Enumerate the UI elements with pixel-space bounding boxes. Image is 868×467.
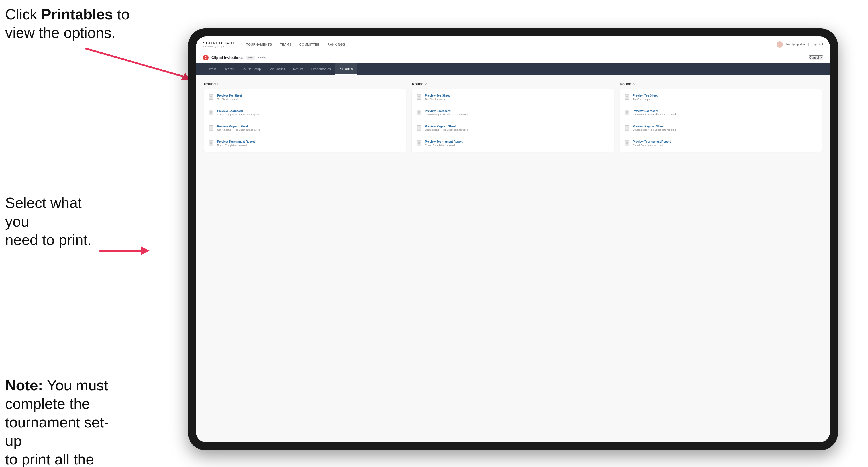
round-3-heading: Round 3 bbox=[620, 82, 822, 86]
round-2-column: Round 2 bbox=[412, 82, 614, 152]
round2-tournament-report[interactable]: Preview Tournament Report Round Completi… bbox=[416, 140, 609, 147]
round-1-heading: Round 1 bbox=[204, 82, 406, 86]
tournament-logo: C bbox=[203, 55, 209, 60]
round3-raguzzi-label[interactable]: Preview Raguzzi Sheet bbox=[633, 125, 676, 128]
round2-scorecard-label[interactable]: Preview Scorecard bbox=[425, 110, 468, 113]
user-avatar bbox=[777, 41, 783, 48]
round2-tee-sheet[interactable]: Preview Tee Sheet Tee Sheet required bbox=[416, 94, 609, 101]
svg-marker-1 bbox=[141, 246, 150, 255]
round2-scorecard-text: Preview Scorecard Course setup + Tee She… bbox=[425, 110, 468, 116]
round1-scorecard-label[interactable]: Preview Scorecard bbox=[217, 110, 260, 113]
round2-tee-sheet-sublabel: Tee Sheet required bbox=[425, 98, 450, 101]
round-3-column: Round 3 bbox=[620, 82, 822, 152]
round1-raguzzi-label[interactable]: Preview Raguzzi Sheet bbox=[217, 125, 260, 128]
nav-tournaments[interactable]: TOURNAMENTS bbox=[246, 41, 272, 47]
round-1-column: Round 1 bbox=[204, 82, 406, 152]
top-nav: SCOREBOARD Powered by clippd TOURNAMENTS… bbox=[196, 36, 830, 53]
round3-tournament-report[interactable]: Preview Tournament Report Round Completi… bbox=[624, 140, 817, 147]
round3-scorecard-sublabel: Course setup + Tee Sheet data required bbox=[633, 113, 676, 116]
nav-rankings[interactable]: RANKINGS bbox=[328, 41, 345, 47]
round3-tee-sheet-text: Preview Tee Sheet Tee Sheet required bbox=[633, 94, 658, 101]
round3-tee-sheet-label[interactable]: Preview Tee Sheet bbox=[633, 94, 658, 97]
round2-raguzzi-text: Preview Raguzzi Sheet Course setup + Tee… bbox=[425, 125, 468, 131]
subnav-leaderboards[interactable]: Leaderboards bbox=[308, 63, 335, 75]
sign-out-link[interactable]: Sign out bbox=[812, 43, 823, 46]
tee-sheet-icon-r2 bbox=[416, 94, 422, 101]
round2-report-sublabel: Round Completion required bbox=[425, 144, 463, 147]
divider-r2-1 bbox=[416, 105, 609, 105]
brand: SCOREBOARD Powered by clippd bbox=[203, 41, 236, 48]
round2-raguzzi-sublabel: Course setup + Tee Sheet data required bbox=[425, 128, 468, 131]
round2-report-text: Preview Tournament Report Round Completi… bbox=[425, 140, 463, 147]
round3-raguzzi[interactable]: Preview Raguzzi Sheet Course setup + Tee… bbox=[624, 125, 817, 132]
round3-scorecard-text: Preview Scorecard Course setup + Tee She… bbox=[633, 110, 676, 116]
cancel-label: Cancel bbox=[809, 56, 819, 59]
scorecard-icon-r2 bbox=[416, 110, 422, 117]
tee-sheet-icon-r3 bbox=[624, 94, 630, 101]
round1-report-sublabel: Round Completion required bbox=[217, 144, 255, 147]
cancel-button[interactable]: Cancel ✕ bbox=[809, 55, 823, 60]
round3-report-sublabel: Round Completion required bbox=[633, 144, 671, 147]
top-nav-links: TOURNAMENTS TEAMS COMMITTEE RANKINGS bbox=[246, 41, 777, 47]
subnav-printables[interactable]: Printables bbox=[335, 63, 357, 75]
report-icon-r3 bbox=[624, 141, 630, 147]
round3-tee-sheet-sublabel: Tee Sheet required bbox=[633, 98, 658, 101]
round2-report-label[interactable]: Preview Tournament Report bbox=[425, 140, 463, 143]
hosting-badge: Hosting bbox=[258, 56, 267, 59]
scorecard-icon-r3 bbox=[624, 110, 630, 117]
round3-scorecard-label[interactable]: Preview Scorecard bbox=[633, 110, 676, 113]
arrow-middle bbox=[97, 234, 154, 268]
rounds-container: Round 1 bbox=[204, 82, 822, 152]
round3-raguzzi-text: Preview Raguzzi Sheet Course setup + Tee… bbox=[633, 125, 676, 131]
round1-tournament-report[interactable]: Preview Tournament Report Round Completi… bbox=[209, 140, 402, 147]
brand-subtitle: Powered by clippd bbox=[203, 45, 236, 48]
round3-report-text: Preview Tournament Report Round Completi… bbox=[633, 140, 671, 147]
round-2-heading: Round 2 bbox=[412, 82, 614, 86]
round1-tee-sheet-label[interactable]: Preview Tee Sheet bbox=[217, 94, 242, 97]
round2-scorecard[interactable]: Preview Scorecard Course setup + Tee She… bbox=[416, 110, 609, 117]
round2-tee-sheet-text: Preview Tee Sheet Tee Sheet required bbox=[425, 94, 450, 101]
raguzzi-icon-r3 bbox=[624, 125, 630, 132]
round-3-card: Preview Tee Sheet Tee Sheet required bbox=[620, 90, 822, 152]
annotation-bottom: Note: You mustcomplete thetournament set… bbox=[5, 376, 125, 467]
nav-committee[interactable]: COMMITTEE bbox=[300, 41, 320, 47]
divider-r3-2 bbox=[624, 121, 817, 121]
round2-raguzzi[interactable]: Preview Raguzzi Sheet Course setup + Tee… bbox=[416, 125, 609, 132]
round1-scorecard-sublabel: Course setup + Tee Sheet data required bbox=[217, 113, 260, 116]
round3-tee-sheet[interactable]: Preview Tee Sheet Tee Sheet required bbox=[624, 94, 817, 101]
divider-r1-2 bbox=[209, 121, 402, 121]
round1-tee-sheet[interactable]: Preview Tee Sheet Tee Sheet required bbox=[209, 94, 402, 101]
round1-report-text: Preview Tournament Report Round Completi… bbox=[217, 140, 255, 147]
divider-r2-3 bbox=[416, 136, 609, 136]
tournament-bracket: Men bbox=[247, 56, 255, 60]
round1-report-label[interactable]: Preview Tournament Report bbox=[217, 140, 255, 143]
divider-r3-3 bbox=[624, 136, 817, 136]
scorecard-icon-r1 bbox=[209, 110, 214, 117]
subnav-course-setup[interactable]: Course Setup bbox=[238, 63, 265, 75]
annotation-middle: Select what youneed to print. bbox=[5, 194, 108, 249]
round3-report-label[interactable]: Preview Tournament Report bbox=[633, 140, 671, 143]
tournament-title: Clippd Invitational bbox=[212, 56, 244, 60]
round1-scorecard-text: Preview Scorecard Course setup + Tee She… bbox=[217, 110, 260, 116]
subnav-details[interactable]: Details bbox=[203, 63, 221, 75]
raguzzi-icon-r2 bbox=[416, 125, 422, 132]
round2-tee-sheet-label[interactable]: Preview Tee Sheet bbox=[425, 94, 450, 97]
round2-raguzzi-label[interactable]: Preview Raguzzi Sheet bbox=[425, 125, 468, 128]
tournament-header: C Clippd Invitational Men Hosting Cancel… bbox=[196, 53, 830, 63]
round1-tee-sheet-text: Preview Tee Sheet Tee Sheet required bbox=[217, 94, 242, 101]
raguzzi-icon-r1 bbox=[209, 125, 214, 132]
divider-r3-1 bbox=[624, 105, 817, 105]
tablet-screen: SCOREBOARD Powered by clippd TOURNAMENTS… bbox=[196, 36, 830, 442]
tournament-name-area: C Clippd Invitational Men Hosting bbox=[203, 55, 267, 60]
printables-bold: Printables bbox=[41, 6, 113, 23]
round1-scorecard[interactable]: Preview Scorecard Course setup + Tee She… bbox=[209, 110, 402, 117]
round1-raguzzi-text: Preview Raguzzi Sheet Course setup + Tee… bbox=[217, 125, 260, 131]
nav-teams[interactable]: TEAMS bbox=[280, 41, 291, 47]
main-content: Round 1 bbox=[196, 75, 830, 442]
subnav-results[interactable]: Results bbox=[289, 63, 308, 75]
round3-scorecard[interactable]: Preview Scorecard Course setup + Tee She… bbox=[624, 110, 817, 117]
round1-raguzzi[interactable]: Preview Raguzzi Sheet Course setup + Tee… bbox=[209, 125, 402, 132]
subnav-tee-groups[interactable]: Tee Groups bbox=[265, 63, 289, 75]
subnav-teams[interactable]: Teams bbox=[221, 63, 238, 75]
divider-r2-2 bbox=[416, 121, 609, 121]
